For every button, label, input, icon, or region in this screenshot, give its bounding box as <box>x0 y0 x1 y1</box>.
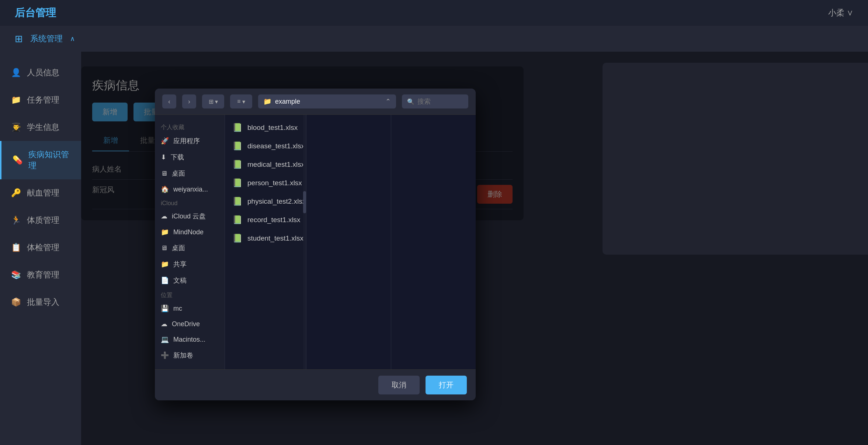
fd-sidebar-item-downloads[interactable]: ⬇ 下载 <box>155 149 225 165</box>
new-volume-icon: ➕ <box>161 351 169 359</box>
file-dialog-toolbar: ‹ › ⊞ ▾ ≡ ▾ 📁 example ⌃ <box>155 89 476 115</box>
location-bar[interactable]: 📁 example ⌃ <box>258 94 396 108</box>
cancel-button[interactable]: 取消 <box>378 376 420 394</box>
fd-sidebar-item-onedrive[interactable]: ☁ OneDrive <box>155 316 225 332</box>
file-name-physical: physical_test2.xlsx <box>247 197 306 206</box>
fd-sidebar-label-new-volume: 新加卷 <box>173 351 193 360</box>
forward-button[interactable]: › <box>182 94 196 108</box>
open-button[interactable]: 打开 <box>426 376 467 394</box>
fd-sidebar-label-mc: mc <box>173 305 182 313</box>
mindnode-icon: 📁 <box>161 228 169 236</box>
content-area: 疾病信息 新增 批量导入数据 确定 新增 批量导入数据 病人姓名 新冠风 删除 <box>81 52 868 445</box>
user-menu[interactable]: 小柔 ∨ <box>828 7 853 18</box>
main-layout: 👤 人员信息 📁 任务管理 👨‍🎓 学生信息 💊 疾病知识管理 🔑 献血管理 🏃… <box>0 52 868 445</box>
file-dialog-body: 个人收藏 🚀 应用程序 ⬇ 下载 🖥 桌面 🏠 <box>155 115 476 369</box>
excel-icon-5: 📗 <box>232 197 242 206</box>
fd-sidebar-item-new-volume[interactable]: ➕ 新加卷 <box>155 347 225 363</box>
location-section-label: 位置 <box>155 289 225 301</box>
fd-sidebar-item-macintosh[interactable]: 💻 Macintos... <box>155 332 225 347</box>
fd-col-panel-1 <box>306 115 391 369</box>
fd-sidebar-item-icloud-drive[interactable]: ☁ iCloud 云盘 <box>155 208 225 224</box>
view-list-button[interactable]: ≡ ▾ <box>230 94 252 108</box>
batch-icon: 📦 <box>11 297 21 307</box>
fd-sidebar-item-apps[interactable]: 🚀 应用程序 <box>155 133 225 149</box>
sidebar-label-task: 任务管理 <box>27 94 59 106</box>
folder-location-icon: 📁 <box>263 97 271 106</box>
location-arrow-icon: ⌃ <box>385 97 391 106</box>
sidebar-item-education[interactable]: 📚 教育管理 <box>0 261 81 289</box>
fd-sidebar-item-desktop[interactable]: 🖥 桌面 <box>155 165 225 182</box>
fd-sidebar: 个人收藏 🚀 应用程序 ⬇ 下载 🖥 桌面 🏠 <box>155 115 225 369</box>
excel-icon-7: 📗 <box>232 234 242 243</box>
fd-sidebar-item-mc[interactable]: 💾 mc <box>155 301 225 316</box>
excel-icon-4: 📗 <box>232 178 242 188</box>
sidebar-label-education: 教育管理 <box>27 269 59 280</box>
file-name-blood: blood_test1.xlsx <box>247 124 298 132</box>
back-button[interactable]: ‹ <box>162 94 176 108</box>
system-management-label[interactable]: 系统管理 <box>30 33 63 44</box>
search-input[interactable] <box>417 98 463 106</box>
file-item-medical[interactable]: 📗 medical_test1.xlsx <box>225 155 306 174</box>
fd-file-list[interactable]: 📗 blood_test1.xlsx 📗 disease_test1.xlsx … <box>225 115 306 369</box>
file-name-student: student_test1.xlsx <box>247 234 303 242</box>
sidebar-item-personnel[interactable]: 👤 人员信息 <box>0 59 81 86</box>
file-name-disease: disease_test1.xlsx <box>247 142 305 150</box>
sidebar: 👤 人员信息 📁 任务管理 👨‍🎓 学生信息 💊 疾病知识管理 🔑 献血管理 🏃… <box>0 52 81 445</box>
fd-sidebar-label-mindnode: MindNode <box>173 228 204 236</box>
chevron-down-icon-2: ▾ <box>242 98 245 105</box>
sidebar-item-task[interactable]: 📁 任务管理 <box>0 86 81 114</box>
folder-icon: 📁 <box>11 95 21 105</box>
fd-sidebar-label-shared: 共享 <box>173 260 187 269</box>
personal-section-label: 个人收藏 <box>155 121 225 133</box>
file-name-medical: medical_test1.xlsx <box>247 161 305 169</box>
blood-icon: 🔑 <box>11 188 21 198</box>
sidebar-item-disease[interactable]: 💊 疾病知识管理 <box>0 141 81 179</box>
icloud-icon: ☁ <box>161 212 167 220</box>
sidebar-item-physical[interactable]: 🏃 体质管理 <box>0 207 81 234</box>
student-icon: 👨‍🎓 <box>11 123 21 132</box>
home-icon: 🏠 <box>161 185 169 193</box>
sidebar-item-student[interactable]: 👨‍🎓 学生信息 <box>0 114 81 141</box>
fd-sidebar-label-home: weiyanxia... <box>173 186 208 193</box>
apps-icon: 🚀 <box>161 137 169 145</box>
fd-sidebar-label-icloud-desktop: 桌面 <box>172 244 185 252</box>
file-item-student[interactable]: 📗 student_test1.xlsx <box>225 229 306 248</box>
file-item-record[interactable]: 📗 record_test1.xlsx <box>225 211 306 229</box>
fd-sidebar-item-documents[interactable]: 📄 文稿 <box>155 272 225 289</box>
grid-view-icon: ⊞ <box>209 98 213 105</box>
fd-sidebar-item-shared[interactable]: 📁 共享 <box>155 256 225 272</box>
excel-icon: 📗 <box>232 123 242 132</box>
file-item-blood[interactable]: 📗 blood_test1.xlsx <box>225 118 306 137</box>
desktop-icon: 🖥 <box>161 170 167 177</box>
sidebar-label-blood: 献血管理 <box>27 187 59 199</box>
sidebar-label-batch: 批量导入 <box>27 297 59 308</box>
file-dialog: ‹ › ⊞ ▾ ≡ ▾ 📁 example ⌃ <box>155 89 476 400</box>
search-bar: 🔍 <box>402 94 468 108</box>
checkup-icon: 📋 <box>11 243 21 252</box>
onedrive-icon: ☁ <box>161 320 167 328</box>
sidebar-label-checkup: 体检管理 <box>27 242 59 253</box>
chevron-up-icon: ∧ <box>70 35 75 43</box>
disease-icon: 💊 <box>13 155 22 165</box>
education-icon: 📚 <box>11 270 21 280</box>
fd-sidebar-item-home[interactable]: 🏠 weiyanxia... <box>155 182 225 197</box>
sidebar-label-disease: 疾病知识管理 <box>28 149 70 171</box>
fd-col-panel-2 <box>391 115 476 369</box>
fd-sidebar-item-mindnode[interactable]: 📁 MindNode <box>155 224 225 240</box>
fd-sidebar-label-downloads: 下载 <box>171 153 184 162</box>
view-grid-button[interactable]: ⊞ ▾ <box>202 94 224 108</box>
file-item-person[interactable]: 📗 person_test1.xlsx <box>225 174 306 192</box>
sidebar-item-blood[interactable]: 🔑 献血管理 <box>0 179 81 207</box>
fd-sidebar-item-icloud-desktop[interactable]: 🖥 桌面 <box>155 240 225 256</box>
shared-icon: 📁 <box>161 260 169 268</box>
sidebar-item-batch[interactable]: 📦 批量导入 <box>0 289 81 316</box>
sidebar-item-checkup[interactable]: 📋 体检管理 <box>0 234 81 261</box>
secondary-modal: ✕ <box>603 63 868 255</box>
excel-icon-3: 📗 <box>232 160 242 169</box>
sidebar-label-personnel: 人员信息 <box>27 67 59 78</box>
file-item-physical[interactable]: 📗 physical_test2.xlsx <box>225 192 306 211</box>
file-item-disease[interactable]: 📗 disease_test1.xlsx <box>225 137 306 155</box>
location-name: example <box>275 98 300 106</box>
fd-scrollbar[interactable] <box>303 115 306 369</box>
excel-icon-2: 📗 <box>232 141 242 151</box>
